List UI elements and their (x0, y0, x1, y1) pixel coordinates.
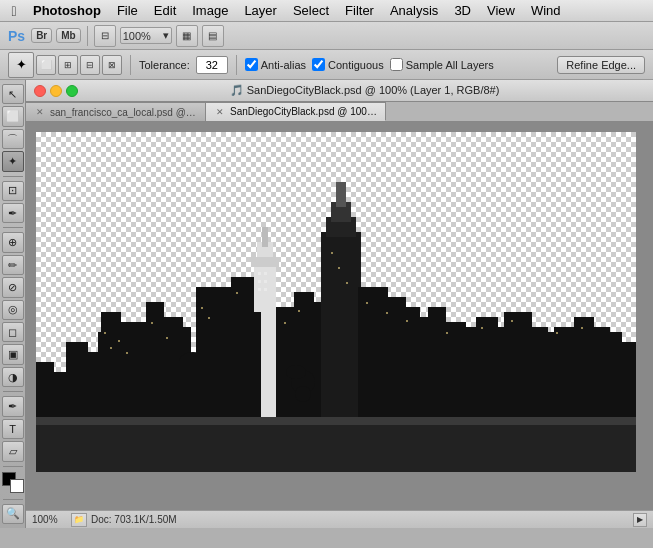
svg-rect-62 (331, 252, 333, 254)
svg-rect-65 (366, 302, 368, 304)
bridge-button[interactable]: Br (31, 28, 52, 43)
status-bar: 100% 📁 Doc: 703.1K/1.50M ▶ (26, 510, 653, 528)
apple-menu[interactable]:  (4, 0, 24, 22)
svg-rect-26 (321, 232, 361, 422)
sample-all-checkbox-group[interactable]: Sample All Layers (390, 58, 494, 71)
contiguous-label: Contiguous (328, 59, 384, 71)
tools-panel: ↖ ⬜ ⌒ ✦ ⊡ ✒ ⊕ ✏ ⊘ ◎ ◻ ▣ ◑ ✒ T ▱ 🔍 (0, 80, 26, 528)
tool-icon-group: ✦ ⬜ ⊞ ⊟ ⊠ (8, 52, 122, 78)
svg-rect-3 (66, 342, 88, 422)
svg-rect-79 (36, 422, 636, 472)
window-container: ↖ ⬜ ⌒ ✦ ⊡ ✒ ⊕ ✏ ⊘ ◎ ◻ ▣ ◑ ✒ T ▱ 🔍 (0, 80, 653, 528)
svg-rect-21 (206, 302, 226, 422)
pen-btn[interactable]: ✒ (2, 396, 24, 416)
svg-rect-22 (246, 312, 261, 422)
magic-wand-btn[interactable]: ✦ (2, 151, 24, 171)
tool-mode-btn2[interactable]: ⊞ (58, 55, 78, 75)
antialias-checkbox[interactable] (245, 58, 258, 71)
close-button[interactable] (34, 85, 46, 97)
minibridge-button[interactable]: Mb (56, 28, 80, 43)
svg-rect-29 (336, 182, 346, 207)
svg-rect-67 (406, 320, 408, 322)
svg-rect-80 (36, 417, 636, 425)
screen-mode-btn[interactable]: ▦ (176, 25, 198, 47)
svg-rect-73 (258, 272, 261, 275)
lasso-btn[interactable]: ⌒ (2, 129, 24, 149)
move-tool-btn[interactable]: ↖ (2, 84, 24, 104)
contiguous-checkbox[interactable] (312, 58, 325, 71)
menu-filter[interactable]: Filter (338, 1, 381, 20)
svg-rect-54 (126, 352, 128, 354)
menu-select[interactable]: Select (286, 1, 336, 20)
arrange-btn[interactable]: ⊟ (94, 25, 116, 47)
clone-stamp-btn[interactable]: ⊘ (2, 277, 24, 297)
antialias-checkbox-group[interactable]: Anti-alias (245, 58, 306, 71)
menu-window[interactable]: Wind (524, 1, 568, 20)
svg-rect-60 (284, 322, 286, 324)
svg-rect-71 (556, 332, 558, 334)
text-btn[interactable]: T (2, 419, 24, 439)
svg-rect-51 (104, 332, 106, 334)
gradient-btn[interactable]: ▣ (2, 344, 24, 364)
zoom-btn[interactable]: 🔍 (2, 504, 24, 524)
tolerance-label: Tolerance: (139, 59, 190, 71)
refine-edge-button[interactable]: Refine Edge... (557, 56, 645, 74)
tab-san-francisco[interactable]: ✕ san_francisco_ca_local.psd @ 100% (Lay… (26, 102, 206, 121)
dodge-btn[interactable]: ◑ (2, 367, 24, 387)
svg-point-49 (295, 386, 311, 402)
shape-btn[interactable]: ▱ (2, 441, 24, 461)
menu-view[interactable]: View (480, 1, 522, 20)
tool-mode-btn3[interactable]: ⊟ (80, 55, 100, 75)
svg-rect-64 (346, 282, 348, 284)
menu-edit[interactable]: Edit (147, 1, 183, 20)
svg-rect-68 (446, 332, 448, 334)
rectangular-marquee-btn[interactable]: ⬜ (2, 106, 24, 126)
crop-btn[interactable]: ⊡ (2, 181, 24, 201)
doc-info: Doc: 703.1K/1.50M (91, 514, 629, 525)
brush-btn[interactable]: ✏ (2, 255, 24, 275)
menu-layer[interactable]: Layer (237, 1, 284, 20)
magic-wand-icon[interactable]: ✦ (8, 52, 34, 78)
canvas-area[interactable] (26, 122, 653, 510)
menu-analysis[interactable]: Analysis (383, 1, 445, 20)
svg-rect-76 (264, 280, 267, 283)
folder-button[interactable]: 📁 (71, 513, 87, 527)
tool-mode-btn4[interactable]: ⊠ (102, 55, 122, 75)
status-arrow-btn[interactable]: ▶ (633, 513, 647, 527)
svg-rect-55 (151, 322, 153, 324)
svg-rect-66 (386, 312, 388, 314)
tolerance-input[interactable] (196, 56, 228, 74)
zoom-selector[interactable]: 100% ▾ (120, 27, 172, 44)
minimize-button[interactable] (50, 85, 62, 97)
maximize-button[interactable] (66, 85, 78, 97)
svg-rect-20 (262, 227, 268, 247)
foreground-background[interactable] (2, 472, 24, 492)
svg-rect-1 (36, 362, 54, 422)
svg-rect-56 (166, 337, 168, 339)
antialias-label: Anti-alias (261, 59, 306, 71)
sample-all-checkbox[interactable] (390, 58, 403, 71)
svg-rect-75 (258, 280, 261, 283)
svg-rect-69 (481, 327, 483, 329)
tab-close-icon-2[interactable]: ✕ (214, 107, 226, 117)
tab-label-2: SanDiegoCityBlack.psd @ 100% (Layer 1, R… (230, 106, 377, 117)
svg-rect-63 (338, 267, 340, 269)
tab-san-diego[interactable]: ✕ SanDiegoCityBlack.psd @ 100% (Layer 1,… (206, 102, 386, 121)
tab-label: san_francisco_ca_local.psd @ 100% (Layer… (50, 107, 197, 118)
svg-rect-47 (631, 347, 636, 422)
menu-file[interactable]: File (110, 1, 145, 20)
healing-brush-btn[interactable]: ⊕ (2, 232, 24, 252)
contiguous-checkbox-group[interactable]: Contiguous (312, 58, 384, 71)
menu-photoshop[interactable]: Photoshop (26, 1, 108, 20)
eraser-btn[interactable]: ◻ (2, 322, 24, 342)
background-color[interactable] (10, 479, 24, 493)
tab-close-icon[interactable]: ✕ (34, 107, 46, 117)
tool-mode-btn1[interactable]: ⬜ (36, 55, 56, 75)
menu-image[interactable]: Image (185, 1, 235, 20)
view-mode-btn[interactable]: ▤ (202, 25, 224, 47)
eyedropper-btn[interactable]: ✒ (2, 203, 24, 223)
divider (87, 26, 88, 46)
menu-3d[interactable]: 3D (447, 1, 478, 20)
history-brush-btn[interactable]: ◎ (2, 300, 24, 320)
title-bar: 🎵 SanDiegoCityBlack.psd @ 100% (Layer 1,… (26, 80, 653, 102)
